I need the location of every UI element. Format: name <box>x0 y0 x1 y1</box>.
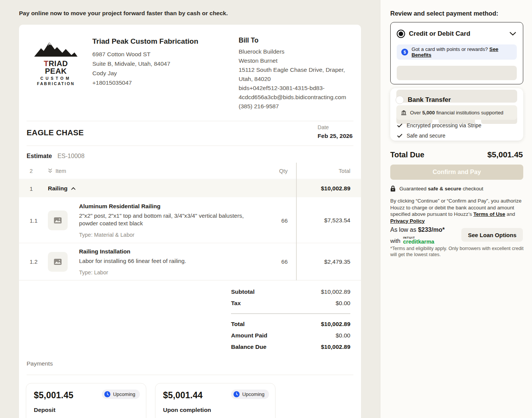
totals-divider <box>231 314 350 314</box>
group-index: 1 <box>30 185 48 192</box>
loan-offer-line: As low as $233/mo* <box>390 226 445 233</box>
item-index: 1.2 <box>30 258 48 265</box>
item-thumbnail <box>48 252 68 272</box>
item-group-row[interactable]: 1 Railing $10,002.89 <box>19 180 361 197</box>
radio-credit-card-selected[interactable] <box>397 30 405 38</box>
card-input-skeleton <box>397 66 517 80</box>
divider <box>27 375 353 375</box>
company-logo: TRIAD PEAK CUSTOM FABRICATION <box>32 39 79 86</box>
bank-info-suffix: financial institutions supported <box>436 110 504 116</box>
item-qty: 66 <box>257 217 288 224</box>
chevron-down-icon[interactable] <box>510 32 516 36</box>
mountain-logo-icon <box>33 39 78 57</box>
subtotal-label: Subtotal <box>231 288 255 295</box>
see-loan-options-button[interactable]: See Loan Options <box>461 228 523 242</box>
item-title: Railing Installation <box>79 248 257 255</box>
company-phone: +18015035047 <box>92 78 214 87</box>
table-row: 1.2 Railing Installation Labor for insta… <box>19 243 361 280</box>
logo-subtitle-custom: CUSTOM <box>32 76 79 81</box>
clock-icon <box>233 391 240 397</box>
status-text: Upcoming <box>113 391 135 397</box>
rewards-promo-banner: $ Got a card with points or rewards?See … <box>397 44 517 60</box>
table-row: 1.1 Aluminum Residential Railing 2"x2" p… <box>19 198 361 243</box>
group-name: Railing <box>48 185 68 192</box>
payment-page: Pay online now to move your project forw… <box>0 0 532 418</box>
estimate-header: Estimate ES-10008 <box>27 153 84 160</box>
secure-checkout-note: Guaranteed safe & secure checkout <box>390 185 483 192</box>
payment-method-card-bank[interactable]: Bank Transfer Over 5,000 financial insti… <box>390 88 523 141</box>
check-item-encrypted: Encrypted processing via Stripe <box>397 122 481 128</box>
divider <box>27 121 353 121</box>
estimate-number: ES-10008 <box>57 153 84 159</box>
amount-paid-value: $0.00 <box>336 332 350 339</box>
sidebar-heading: Review and select payment method: <box>390 10 498 17</box>
payments-heading: Payments <box>27 360 53 367</box>
table-column-divider <box>296 163 297 280</box>
total-label: Total <box>231 321 245 328</box>
status-badge: Upcoming <box>231 390 269 399</box>
bill-to-email: bids+042ef512-3081-4315-bd83-4cdcd656a3c… <box>239 84 355 102</box>
invoice-date: Date Feb 25, 2026 <box>318 124 353 139</box>
chevron-up-icon[interactable] <box>71 187 76 190</box>
logo-subtitle-fabrication: FABRICATION <box>32 81 79 86</box>
lock-icon <box>390 185 396 192</box>
item-description: 2"x2" post, 2"x1" top and bottom rail, 3… <box>79 212 257 227</box>
bill-to-company: Bluerock Builders <box>239 47 355 56</box>
items-count: 2 <box>30 168 48 174</box>
bill-to-section: Bill To Bluerock Builders Weston Burnet … <box>239 36 355 111</box>
balance-due-value: $10,002.89 <box>321 344 350 350</box>
bank-transfer-label: Bank Transfer <box>408 96 451 104</box>
item-title: Aluminum Residential Railing <box>79 203 257 209</box>
item-total: $7,523.54 <box>288 217 350 224</box>
expand-all-icon[interactable] <box>48 168 52 173</box>
balance-due-label: Balance Due <box>231 344 266 350</box>
credit-card-label: Credit or Debit Card <box>409 30 470 38</box>
total-due-row: Total Due $5,001.45 <box>390 150 523 159</box>
date-value: Feb 25, 2026 <box>318 133 353 139</box>
pay-online-banner: Pay online now to move your project forw… <box>19 10 228 17</box>
privacy-policy-link[interactable]: Privacy Policy <box>390 218 425 224</box>
company-address-line2: Suite B, Midvale, Utah, 84047 <box>92 59 214 68</box>
bill-to-address: 15112 South Eagle Chase Drive, Draper, U… <box>239 65 355 84</box>
image-placeholder-icon <box>54 217 62 224</box>
status-badge: Upcoming <box>102 390 140 399</box>
payment-card-completion: $5,001.44 Upcoming Upon completion <box>155 383 276 418</box>
payment-method-card-credit[interactable]: Credit or Debit Card $ Got a card with p… <box>390 22 523 84</box>
item-description: Labor for installing 66 linear feet of r… <box>79 257 257 265</box>
bill-to-phone: (385) 216-9587 <box>239 102 355 111</box>
col-item-label: Item <box>55 168 66 174</box>
item-type: Type: Material & Labor <box>79 232 257 238</box>
bank-icon <box>401 110 407 116</box>
col-total-label: Total <box>288 168 350 174</box>
checkmark-icon <box>397 124 402 128</box>
total-due-label: Total Due <box>390 150 424 159</box>
radio-bank-transfer[interactable] <box>396 96 404 104</box>
item-type: Type: Labor <box>79 269 257 276</box>
checkmark-icon <box>397 134 402 138</box>
tax-label: Tax <box>231 300 241 307</box>
group-total: $10,002.89 <box>288 185 350 192</box>
check-item-secure: Safe and secure <box>397 133 445 139</box>
total-value: $10,002.89 <box>321 321 350 328</box>
terms-of-use-link[interactable]: Terms of Use <box>473 211 505 217</box>
payment-label: Deposit <box>34 407 140 413</box>
loan-brand-line: with INTUIT creditkarma <box>390 236 434 244</box>
bill-to-name: Weston Burnet <box>239 56 355 65</box>
logo-wordmark: TRIAD PEAK <box>32 60 79 75</box>
payment-sidebar: Review and select payment method: Credit… <box>380 0 532 418</box>
amount-paid-label: Amount Paid <box>231 332 268 339</box>
total-due-value: $5,001.45 <box>488 150 523 159</box>
item-index: 1.1 <box>30 217 48 224</box>
status-text: Upcoming <box>242 391 264 397</box>
image-placeholder-icon <box>54 258 62 265</box>
items-table-header: 2 Item Qty Total <box>19 163 361 179</box>
payment-card-deposit: $5,001.45 Upcoming Deposit <box>26 383 146 418</box>
item-thumbnail <box>48 211 68 230</box>
bank-info-banner: Over 5,000 financial institutions suppor… <box>396 105 517 120</box>
loan-footnote: *Terms and eligibility apply. Only borro… <box>390 246 524 258</box>
invoice-card: TRIAD PEAK CUSTOM FABRICATION Triad Peak… <box>19 25 361 418</box>
confirm-and-pay-button[interactable]: Confirm and Pay <box>390 165 523 180</box>
estimate-label: Estimate <box>27 153 52 159</box>
subtotal-value: $10,002.89 <box>321 288 350 295</box>
creditkarma-logo: INTUIT creditkarma <box>403 236 434 244</box>
